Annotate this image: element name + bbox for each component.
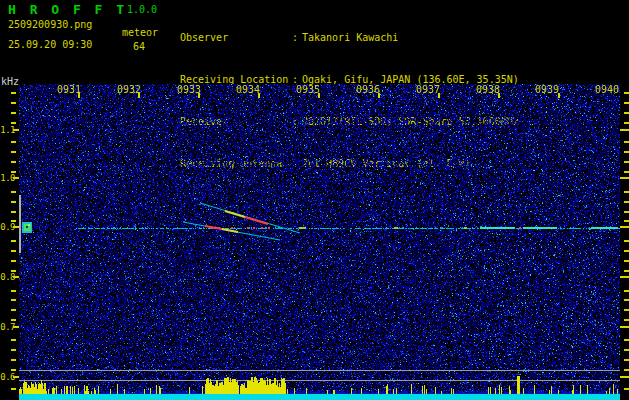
freq-axis-minor-tick-left	[11, 290, 16, 292]
freq-axis-minor-tick-left	[11, 349, 16, 351]
freq-axis-minor-tick-right	[624, 220, 629, 222]
freq-axis-minor-tick-right	[624, 240, 629, 242]
freq-axis-major-tick-left	[13, 129, 19, 131]
freq-axis-minor-tick-left	[11, 369, 16, 371]
time-axis-label: 0936	[356, 84, 380, 95]
freq-axis-minor-tick-left	[11, 201, 16, 203]
freq-axis-minor-tick-left	[11, 122, 16, 124]
freq-axis-minor-tick-right	[624, 161, 629, 163]
meteor-count: 64	[133, 41, 145, 52]
freq-axis-minor-tick-right	[624, 319, 629, 321]
time-axis-tick	[558, 93, 560, 98]
freq-axis-minor-tick-left	[11, 240, 16, 242]
freq-axis-major-tick-right	[620, 129, 629, 131]
time-axis-label: 0940	[595, 84, 619, 95]
freq-axis-major-tick-right	[620, 226, 629, 228]
freq-axis-minor-tick-left	[11, 161, 16, 163]
time-axis-tick	[78, 93, 80, 98]
time-axis-tick	[258, 93, 260, 98]
freq-axis-minor-tick-left	[11, 220, 16, 222]
freq-axis-minor-tick-right	[624, 299, 629, 301]
freq-axis-minor-tick-right	[624, 369, 629, 371]
freq-axis-minor-tick-left	[11, 191, 16, 193]
freq-axis-major-tick-left	[13, 226, 19, 228]
datetime-label: 25.09.20 09:30	[8, 39, 92, 50]
freq-axis-minor-tick-right	[624, 141, 629, 143]
freq-axis-minor-tick-left	[11, 270, 16, 272]
freq-axis-minor-tick-right	[624, 92, 629, 94]
hrofft-output-window: H R O F F T 1.0.0 2509200930.png meteor …	[0, 0, 629, 400]
time-axis-tick	[498, 93, 500, 98]
freq-axis-major-tick-right	[620, 177, 629, 179]
freq-axis-minor-tick-right	[624, 171, 629, 173]
freq-axis-minor-tick-right	[624, 309, 629, 311]
freq-axis-minor-tick-right	[624, 191, 629, 193]
time-axis-label: 0934	[236, 84, 260, 95]
time-axis-tick	[138, 93, 140, 98]
freq-axis-major-tick-left	[13, 326, 19, 328]
time-axis-tick	[438, 93, 440, 98]
freq-axis-minor-tick-left	[11, 260, 16, 262]
freq-axis-minor-tick-left	[11, 102, 16, 104]
freq-axis-minor-tick-left	[11, 309, 16, 311]
freq-axis-minor-tick-left	[11, 211, 16, 213]
freq-axis-minor-tick-right	[624, 260, 629, 262]
freq-axis-major-tick-right	[620, 276, 629, 278]
freq-axis-minor-tick-right	[624, 388, 629, 390]
freq-axis-major-tick-left	[13, 177, 19, 179]
freq-axis-minor-tick-right	[624, 102, 629, 104]
info-separator: :	[292, 31, 302, 45]
freq-axis-minor-tick-left	[11, 151, 16, 153]
time-axis-label: 0935	[296, 84, 320, 95]
info-value: Takanori Kawachi	[302, 31, 398, 45]
freq-axis-minor-tick-left	[11, 112, 16, 114]
freq-axis-minor-tick-right	[624, 211, 629, 213]
freq-axis-minor-tick-right	[624, 201, 629, 203]
info-label: Observer	[180, 31, 292, 45]
time-axis-label: 0937	[416, 84, 440, 95]
freq-axis-major-tick-right	[620, 376, 629, 378]
freq-axis-minor-tick-left	[11, 250, 16, 252]
mode-label: meteor	[122, 27, 158, 38]
spectrogram-canvas	[19, 84, 620, 400]
freq-axis-major-tick-left	[13, 376, 19, 378]
freq-axis-minor-tick-left	[11, 319, 16, 321]
freq-axis-major-tick-left	[13, 276, 19, 278]
app-title: H R O F F T	[8, 2, 127, 17]
freq-axis-major-tick-right	[620, 326, 629, 328]
freq-axis-minor-tick-right	[624, 339, 629, 341]
freq-axis-minor-tick-right	[624, 290, 629, 292]
freq-axis-minor-tick-left	[11, 171, 16, 173]
freq-axis-minor-tick-left	[11, 388, 16, 390]
freq-axis-minor-tick-left	[11, 339, 16, 341]
output-filename: 2509200930.png	[8, 19, 92, 30]
freq-axis-minor-tick-right	[624, 250, 629, 252]
freq-axis-minor-tick-left	[11, 92, 16, 94]
freq-axis-unit: kHz	[1, 76, 19, 87]
time-axis-label: 0939	[535, 84, 559, 95]
freq-axis-minor-tick-right	[624, 112, 629, 114]
time-axis-tick	[378, 93, 380, 98]
freq-axis-minor-tick-left	[11, 359, 16, 361]
time-axis-tick	[198, 93, 200, 98]
freq-axis-minor-tick-left	[11, 141, 16, 143]
freq-axis-minor-tick-left	[11, 299, 16, 301]
freq-axis-minor-tick-right	[624, 270, 629, 272]
info-row-observer: Observer : Takanori Kawachi	[180, 31, 519, 45]
freq-axis-minor-tick-right	[624, 151, 629, 153]
time-axis-label: 0938	[476, 84, 500, 95]
time-axis-tick	[318, 93, 320, 98]
freq-axis-minor-tick-right	[624, 122, 629, 124]
app-version: 1.0.0	[127, 4, 157, 15]
freq-axis-minor-tick-right	[624, 349, 629, 351]
freq-axis-minor-tick-right	[624, 359, 629, 361]
